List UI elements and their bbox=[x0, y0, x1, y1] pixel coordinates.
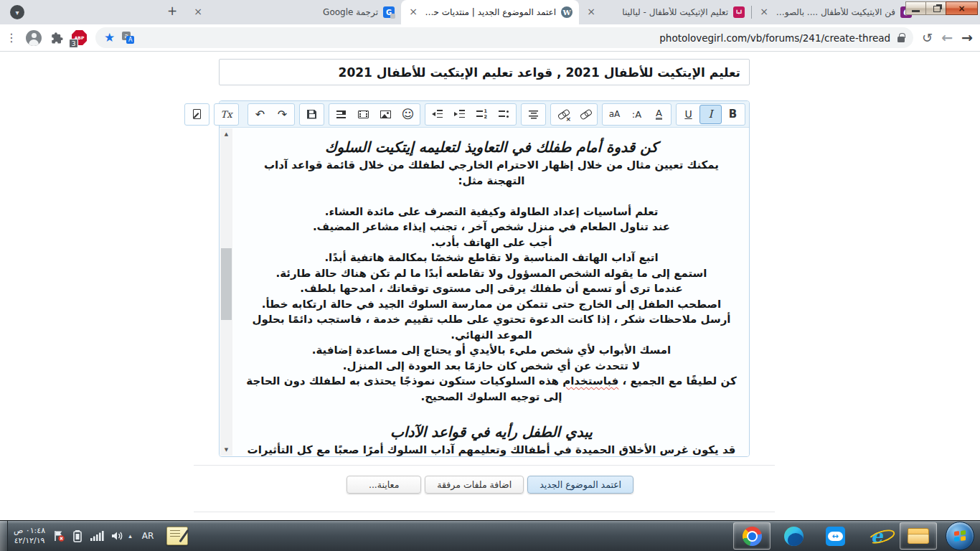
redo-button[interactable]: ↷ bbox=[271, 105, 293, 124]
forward-icon[interactable]: ← bbox=[941, 31, 953, 44]
tab-google-translate[interactable]: G ترجمة Google × bbox=[186, 0, 401, 24]
alignment-button[interactable] bbox=[522, 105, 545, 124]
save-draft-button[interactable] bbox=[301, 105, 323, 124]
clock-date: ٤٢/١٢/١٩ bbox=[14, 536, 45, 546]
editor-line: تعلم أساسيات إعداد الطاولة وكيفية التصرف… bbox=[244, 204, 739, 220]
smiley-button[interactable]: ☺ bbox=[397, 105, 419, 124]
show-hidden-icons-button[interactable]: ▴ bbox=[128, 532, 132, 540]
numbered-list-button[interactable] bbox=[471, 105, 493, 124]
profile-avatar-icon[interactable] bbox=[26, 30, 42, 46]
action-center-flag-icon[interactable] bbox=[52, 529, 65, 542]
pen-notes-app-icon[interactable] bbox=[166, 527, 188, 545]
speaker-icon[interactable] bbox=[110, 529, 124, 542]
editor-line: عند تناول الطعام في منزل شخص آخر ، تجنب … bbox=[244, 220, 739, 235]
new-tab-button[interactable]: + bbox=[163, 1, 182, 20]
google-translate-favicon: G bbox=[383, 6, 395, 18]
italic-button[interactable]: I bbox=[699, 105, 722, 124]
indent-icon bbox=[454, 110, 465, 118]
close-tab-icon[interactable]: × bbox=[407, 6, 419, 18]
quote-icon bbox=[336, 110, 346, 118]
tab-taleem-layalina[interactable]: ليا تعليم الإتيكيت للأطفال - ليالينا × bbox=[579, 0, 751, 24]
close-tab-icon[interactable]: × bbox=[192, 6, 204, 18]
undo-button[interactable]: ↶ bbox=[249, 105, 271, 124]
extensions-icon[interactable] bbox=[50, 32, 63, 44]
font-size-icon[interactable]: aA bbox=[603, 105, 626, 124]
scrollbar-thumb[interactable] bbox=[221, 248, 232, 320]
thread-title-input[interactable] bbox=[219, 59, 750, 85]
tab-strip: × C فن الايتيكيت للأطفال .... بالصور - ح… bbox=[0, 0, 980, 24]
taskbar-explorer-button[interactable] bbox=[900, 522, 937, 550]
outdent-button[interactable] bbox=[426, 105, 448, 124]
taskbar-ie-button[interactable]: e bbox=[858, 522, 895, 550]
editor-line: اصطحب الطفل إلى الخارج حتى تتمكن من ممار… bbox=[244, 297, 739, 313]
language-indicator[interactable]: AR bbox=[142, 531, 154, 541]
insert-link-button[interactable] bbox=[574, 105, 596, 124]
clock-time: ٠١:٤٨ ص bbox=[14, 526, 45, 536]
drafts-button[interactable] bbox=[186, 105, 208, 124]
restore-button[interactable] bbox=[925, 1, 946, 15]
reload-icon[interactable]: ↺ bbox=[922, 32, 933, 44]
post-thread-button[interactable]: اعتمد الموضوع الجديد bbox=[527, 476, 633, 494]
divider bbox=[194, 465, 775, 466]
start-button[interactable] bbox=[946, 522, 974, 550]
editor-line bbox=[244, 405, 739, 420]
close-window-button[interactable]: × bbox=[946, 1, 978, 15]
address-bar[interactable]: photolovegirl.com/vb/forums/241/create-t… bbox=[95, 27, 913, 48]
tab-create-thread-active[interactable]: W اعتمد الموضوع الجديد | منتديات حب البن… bbox=[401, 0, 579, 24]
battery-icon[interactable] bbox=[72, 529, 83, 542]
insert-quote-button[interactable] bbox=[330, 105, 352, 124]
close-tab-icon[interactable]: × bbox=[585, 6, 597, 18]
attach-files-button[interactable]: اضافة ملفات مرفقة bbox=[425, 476, 524, 494]
taskbar-edge-button[interactable] bbox=[775, 522, 812, 550]
editor-line: يبدي الطفل رأيه في قواعد الآداب bbox=[244, 423, 739, 441]
taskbar: ٠١:٤٨ ص ٤٢/١٢/١٩ ▴ AR ↔ e bbox=[0, 520, 980, 551]
close-tab-icon[interactable]: × bbox=[758, 6, 770, 18]
network-signal-icon[interactable] bbox=[90, 529, 104, 542]
insert-image-button[interactable] bbox=[374, 105, 397, 124]
font-family-icon[interactable]: A: bbox=[626, 105, 648, 124]
numbered-list-icon bbox=[476, 110, 487, 118]
scroll-down-icon[interactable]: ▼ bbox=[220, 444, 232, 456]
divider bbox=[194, 512, 775, 512]
editor-line: أجب على الهاتف بأدب. bbox=[244, 235, 739, 251]
minimize-button[interactable] bbox=[905, 1, 926, 15]
editor-scrollbar[interactable]: ▲ ▼ bbox=[220, 128, 232, 456]
editor-line: قد يكون غرس الأخلاق الحميدة في أطفالك وت… bbox=[244, 443, 739, 457]
back-icon[interactable]: → bbox=[961, 31, 973, 44]
translate-page-icon[interactable] bbox=[122, 32, 134, 44]
insert-media-button[interactable] bbox=[352, 105, 374, 124]
remove-format-button[interactable]: Tx bbox=[215, 105, 237, 124]
tab-title: اعتمد الموضوع الجديد | منتديات حب البنات bbox=[424, 7, 556, 17]
unlink-button[interactable]: × bbox=[552, 105, 574, 124]
bullet-list-button[interactable] bbox=[493, 105, 515, 124]
save-icon bbox=[307, 110, 316, 119]
editor-line: اتبع آداب الهاتف المناسبة ولا تقاطع شخصً… bbox=[244, 250, 739, 266]
bookmark-star-icon[interactable]: ★ bbox=[104, 32, 115, 44]
tab-title: فن الايتيكيت للأطفال .... بالصور - حسناء bbox=[775, 7, 895, 17]
adblock-extension-button[interactable]: ABP 3 bbox=[72, 30, 87, 45]
show-desktop-button[interactable] bbox=[0, 521, 8, 551]
internet-explorer-icon: e bbox=[871, 527, 883, 545]
editor-content[interactable]: كن قدوة أمام طفلك في التعاويذ لتعليمه إي… bbox=[220, 128, 749, 456]
editor-line bbox=[244, 189, 739, 204]
bold-button[interactable]: B bbox=[722, 105, 744, 124]
browser-menu-icon[interactable]: ⋮ bbox=[7, 32, 17, 44]
editor-line: لا تتحدث عن أي شخص كان حازمًا بعد العودة… bbox=[244, 359, 739, 375]
url-text: photolovegirl.com/vb/forums/241/create-t… bbox=[659, 32, 890, 44]
lock-icon[interactable] bbox=[897, 37, 905, 42]
indent-button[interactable] bbox=[448, 105, 471, 124]
windows-flag-icon bbox=[954, 530, 966, 542]
scroll-up-icon[interactable]: ▲ bbox=[220, 128, 232, 140]
editor-line: كن قدوة أمام طفلك في التعاويذ لتعليمه إي… bbox=[244, 138, 739, 156]
editor-line: عندما ترى أو تسمع أن طفلك يرقى إلى مستوى… bbox=[244, 281, 739, 297]
taskbar-teamviewer-button[interactable]: ↔ bbox=[816, 522, 854, 550]
link-icon bbox=[578, 108, 592, 120]
tab-fan-etiquette[interactable]: C فن الايتيكيت للأطفال .... بالصور - حسن… bbox=[752, 0, 918, 24]
taskbar-chrome-button[interactable] bbox=[733, 522, 771, 550]
underline-button[interactable]: U bbox=[677, 105, 699, 124]
taskbar-apps: ↔ e bbox=[733, 521, 980, 551]
taskbar-clock[interactable]: ٠١:٤٨ ص ٤٢/١٢/١٩ bbox=[14, 526, 45, 546]
tab-search-button[interactable]: ▾ bbox=[10, 5, 24, 19]
text-color-icon[interactable]: A bbox=[656, 108, 662, 120]
preview-button[interactable]: معاينة... bbox=[347, 476, 421, 494]
